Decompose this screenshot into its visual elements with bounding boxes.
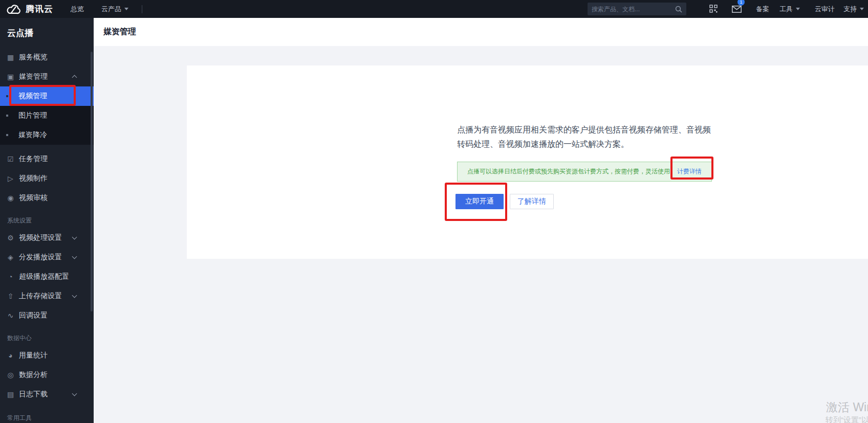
play-outline-icon: ▷ <box>6 174 15 183</box>
sidebar-item-video-review[interactable]: ◉ 视频审核 <box>0 188 94 208</box>
sidebar-section-system-settings: 系统设置 <box>0 208 94 228</box>
sidebar-item-media-cooling[interactable]: 媒资降冷 <box>0 125 94 145</box>
page-title: 媒资管理 <box>103 27 136 37</box>
top-navbar: 腾讯云 总览 云产品 1 备案 工具 云审计 支持 <box>0 0 868 18</box>
pie-chart-icon: ◕ <box>6 351 15 360</box>
bullet-icon <box>6 115 8 117</box>
sidebar-item-callback-settings[interactable]: ∿ 回调设置 <box>0 306 94 325</box>
chevron-down-icon <box>860 8 864 10</box>
billing-details-link[interactable]: 计费详情 <box>677 167 702 176</box>
media-play-icon: ▣ <box>6 73 15 81</box>
nav-item-tools[interactable]: 工具 <box>779 0 800 18</box>
analysis-circle-icon: ◎ <box>6 371 15 379</box>
sidebar-submenu-media: 视频管理 图片管理 媒资降冷 <box>0 86 94 145</box>
service-description-line2: 转码处理、音视频加速播放的一站式解决方案。 <box>457 137 711 151</box>
sidebar-scrollbar[interactable] <box>91 52 93 311</box>
calendar-icon: ▤ <box>6 390 15 398</box>
activate-now-button[interactable]: 立即开通 <box>455 194 504 209</box>
bullet-icon <box>6 134 8 136</box>
divider <box>142 5 142 13</box>
review-circle-icon: ◉ <box>6 194 15 202</box>
chevron-up-icon <box>72 75 77 80</box>
bullet-icon <box>6 95 8 97</box>
chevron-down-icon <box>796 8 800 10</box>
brand-label: 腾讯云 <box>26 3 53 15</box>
sidebar-section-common-tools: 常用工具 <box>0 404 94 422</box>
chevron-down-icon <box>124 8 128 10</box>
windows-activation-watermark-line1: 激活 Windows <box>826 399 868 415</box>
content-card: 点播为有音视频应用相关需求的客户提供包括音视频存储管理、音视频 转码处理、音视频… <box>187 65 868 259</box>
mail-icon[interactable] <box>732 6 742 13</box>
brand-home-link[interactable]: 腾讯云 <box>6 3 53 15</box>
nav-item-cloud-audit[interactable]: 云审计 <box>815 0 835 18</box>
service-description: 点播为有音视频应用相关需求的客户提供包括音视频存储管理、音视频 转码处理、音视频… <box>457 123 711 151</box>
sidebar-item-log-download[interactable]: ▤ 日志下载 <box>0 385 94 404</box>
grid-icon: ▦ <box>6 53 15 61</box>
sidebar-item-task-management[interactable]: ☑ 任务管理 <box>0 149 94 169</box>
sidebar-item-video-management[interactable]: 视频管理 <box>0 86 94 106</box>
sidebar-item-upload-storage-settings[interactable]: ⇧ 上传存储设置 <box>0 286 94 306</box>
callback-curve-icon: ∿ <box>6 311 15 320</box>
learn-more-button[interactable]: 了解详情 <box>510 194 554 209</box>
page-header: 媒资管理 <box>94 18 868 46</box>
sidebar-item-media-management[interactable]: ▣ 媒资管理 <box>0 67 94 86</box>
qr-code-icon[interactable] <box>709 5 718 13</box>
search-icon[interactable] <box>675 6 682 13</box>
chevron-down-icon <box>72 391 77 396</box>
sidebar-item-distribution-playback-settings[interactable]: ◈ 分发播放设置 <box>0 248 94 267</box>
service-description-line1: 点播为有音视频应用相关需求的客户提供包括音视频存储管理、音视频 <box>457 123 711 137</box>
sidebar-item-super-player-config[interactable]: ◔ 超级播放器配置 <box>0 267 94 286</box>
nav-item-support[interactable]: 支持 <box>843 0 864 18</box>
billing-note: 点播可以选择日结后付费或预先购买资源包计费方式，按需付费，灵活使用。 计费详情 <box>457 162 712 182</box>
sidebar: 云点播 ▦ 服务概览 ▣ 媒资管理 视频管理 图片管理 媒资降冷 ☑ 任务管理 … <box>0 18 94 423</box>
sidebar-item-video-production[interactable]: ▷ 视频制作 <box>0 169 94 188</box>
windows-activation-watermark-line2: 转到“设置”以激活 Windows。 <box>826 415 868 423</box>
nav-item-cloud-products[interactable]: 云产品 <box>101 5 128 14</box>
sidebar-section-data-center: 数据中心 <box>0 325 94 346</box>
chevron-down-icon <box>72 293 77 298</box>
nav-item-overview[interactable]: 总览 <box>71 5 84 14</box>
billing-note-text: 点播可以选择日结后付费或预先购买资源包计费方式，按需付费，灵活使用。 <box>467 167 676 176</box>
chevron-down-icon <box>72 235 77 240</box>
sidebar-product-title: 云点播 <box>0 18 94 48</box>
search-input[interactable] <box>592 6 675 13</box>
mail-badge: 1 <box>737 0 745 6</box>
upload-arrow-icon: ⇧ <box>6 292 15 300</box>
gear-icon: ⚙ <box>6 234 15 242</box>
sidebar-item-video-processing-settings[interactable]: ⚙ 视频处理设置 <box>0 228 94 248</box>
chevron-down-icon <box>72 254 77 259</box>
tencent-cloud-logo-icon <box>6 4 21 15</box>
sidebar-item-data-analysis[interactable]: ◎ 数据分析 <box>0 365 94 385</box>
action-buttons: 立即开通 了解详情 <box>455 194 554 209</box>
sidebar-item-service-overview[interactable]: ▦ 服务概览 <box>0 48 94 67</box>
search-box[interactable] <box>588 3 686 15</box>
task-check-icon: ☑ <box>6 155 15 163</box>
player-config-icon: ◔ <box>6 273 15 281</box>
sidebar-item-usage-statistics[interactable]: ◕ 用量统计 <box>0 346 94 365</box>
globe-icon: ◈ <box>6 253 15 261</box>
nav-item-beian[interactable]: 备案 <box>756 0 769 18</box>
sidebar-item-image-management[interactable]: 图片管理 <box>0 106 94 125</box>
